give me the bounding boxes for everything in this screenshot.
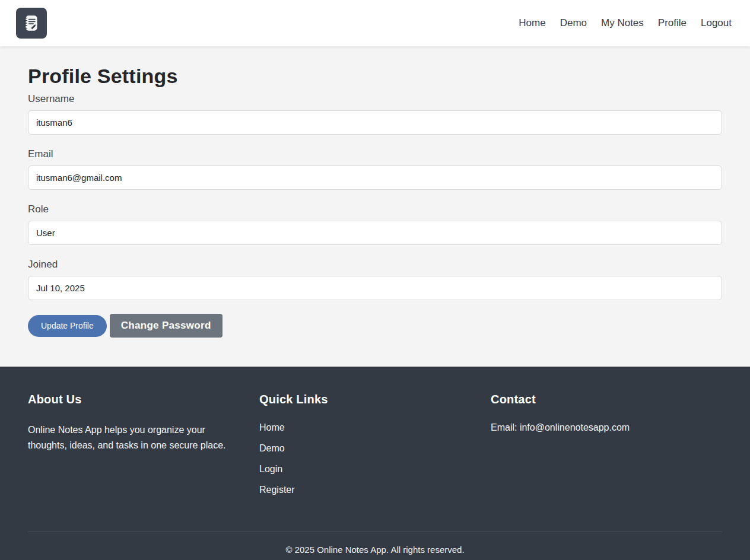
- app-logo[interactable]: [16, 8, 47, 39]
- footer-contact-email: Email: info@onlinenotesapp.com: [491, 422, 722, 433]
- action-buttons: Update Profile Change Password: [28, 314, 722, 338]
- joined-input[interactable]: [28, 276, 722, 300]
- role-label: Role: [28, 203, 722, 215]
- main-content: Profile Settings Username Email Role Joi…: [0, 46, 750, 367]
- role-input[interactable]: [28, 221, 722, 245]
- change-password-button[interactable]: Change Password: [110, 314, 223, 338]
- email-label: Email: [28, 148, 722, 160]
- email-input[interactable]: [28, 166, 722, 190]
- footer-contact-heading: Contact: [491, 393, 722, 406]
- footer-about-heading: About Us: [28, 393, 259, 406]
- footer-link-login[interactable]: Login: [259, 464, 282, 475]
- username-label: Username: [28, 93, 722, 105]
- nav-my-notes[interactable]: My Notes: [601, 17, 644, 29]
- footer-link-demo[interactable]: Demo: [259, 443, 285, 454]
- notepad-pencil-icon: [21, 13, 42, 33]
- page-title: Profile Settings: [28, 65, 722, 88]
- footer-link-home[interactable]: Home: [259, 422, 285, 433]
- joined-label: Joined: [28, 259, 722, 271]
- nav-home[interactable]: Home: [519, 17, 545, 29]
- footer-link-register[interactable]: Register: [259, 485, 295, 495]
- footer-contact-section: Contact Email: info@onlinenotesapp.com: [491, 393, 722, 505]
- username-field-group: Username: [28, 93, 722, 135]
- email-field-group: Email: [28, 148, 722, 190]
- footer-about-text: Online Notes App helps you organize your…: [28, 422, 233, 453]
- main-nav: Home Demo My Notes Profile Logout: [519, 17, 732, 29]
- header: Home Demo My Notes Profile Logout: [0, 0, 750, 46]
- footer-quick-links-section: Quick Links Home Demo Login Register: [259, 393, 491, 505]
- footer-quick-links-heading: Quick Links: [259, 393, 491, 406]
- username-input[interactable]: [28, 110, 722, 135]
- nav-profile[interactable]: Profile: [658, 17, 687, 29]
- role-field-group: Role: [28, 203, 722, 245]
- nav-logout[interactable]: Logout: [701, 17, 732, 29]
- footer-about-section: About Us Online Notes App helps you orga…: [28, 393, 259, 505]
- nav-demo[interactable]: Demo: [560, 17, 587, 29]
- footer: About Us Online Notes App helps you orga…: [0, 367, 750, 560]
- update-profile-button[interactable]: Update Profile: [28, 315, 107, 337]
- joined-field-group: Joined: [28, 259, 722, 300]
- copyright-text: © 2025 Online Notes App. All rights rese…: [0, 532, 750, 560]
